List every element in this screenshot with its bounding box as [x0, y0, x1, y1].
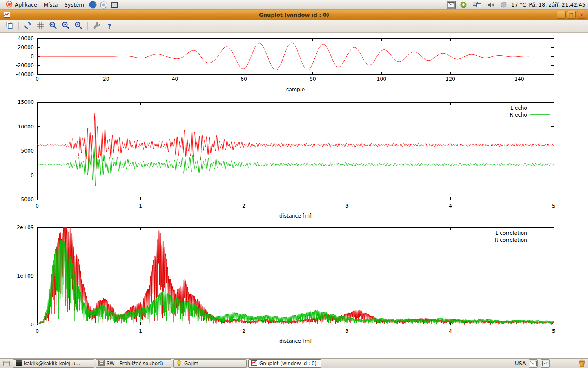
svg-text:15000: 15000: [18, 99, 34, 105]
svg-text:1e+09: 1e+09: [17, 273, 34, 279]
task-terminal[interactable]: kaklik@kaklik-kolej-u...: [13, 359, 94, 368]
help-button[interactable]: ?: [104, 21, 115, 31]
svg-text:0: 0: [31, 321, 34, 328]
svg-text:3: 3: [345, 203, 349, 209]
minimize-button[interactable]: ─: [557, 11, 566, 19]
zoom-previous-icon: [49, 21, 57, 31]
task-label: Gajim: [184, 361, 198, 366]
svg-text:0: 0: [36, 328, 39, 334]
toolbar: ?: [0, 20, 588, 33]
zoom-default-button[interactable]: [73, 21, 84, 31]
svg-text:L correlation: L correlation: [495, 230, 527, 236]
toolbar-separator: [18, 22, 19, 30]
svg-text:1: 1: [139, 328, 142, 334]
svg-text:-20000: -20000: [16, 62, 34, 68]
svg-text:2e+09: 2e+09: [17, 224, 34, 230]
window-title: Gnuplot (window id : 0): [0, 12, 588, 18]
configure-terminal-button[interactable]: [91, 21, 102, 31]
refresh-icon: [24, 21, 32, 31]
svg-text:2: 2: [242, 328, 245, 334]
menu-applications[interactable]: Aplikace: [2, 0, 40, 9]
menu-places-label: Místa: [44, 2, 58, 8]
copy-icon: [6, 22, 13, 31]
zoom-next-icon: [62, 21, 70, 31]
firefox-launcher-icon[interactable]: [87, 1, 98, 9]
zoom-previous-button[interactable]: [48, 21, 58, 31]
gnuplot-canvas[interactable]: 020406080100120140-40000-200000200004000…: [0, 33, 588, 358]
task-gajim[interactable]: Gajim: [173, 359, 247, 368]
svg-text:distance [m]: distance [m]: [279, 213, 312, 219]
copy-to-clipboard-button[interactable]: [4, 21, 15, 31]
svg-text:100: 100: [376, 76, 386, 82]
svg-text:4: 4: [449, 203, 452, 209]
clock[interactable]: Pá, 18. září, 21:42:45: [529, 2, 586, 8]
svg-text:2: 2: [242, 203, 245, 209]
svg-text:10000: 10000: [18, 123, 34, 130]
terminal-launcher-icon[interactable]: [109, 2, 120, 8]
zoom-default-icon: [74, 21, 82, 31]
keyboard-layout-indicator[interactable]: USA: [515, 360, 526, 366]
terminal-task-icon: [16, 360, 22, 367]
svg-text:60: 60: [241, 76, 247, 82]
taskbar: kaklik@kaklik-kolej-u... SW - Prohlížeč …: [0, 358, 588, 368]
task-label: kaklik@kaklik-kolej-u...: [24, 361, 80, 366]
help-launcher-icon[interactable]: [98, 1, 109, 9]
task-gnuplot[interactable]: Gnuplot (window id : 0): [248, 359, 321, 368]
svg-text:80: 80: [310, 76, 316, 82]
toggle-grid-button[interactable]: [35, 21, 46, 31]
svg-text:140: 140: [514, 76, 524, 82]
display-settings-icon[interactable]: [471, 2, 483, 8]
svg-text:5000: 5000: [21, 148, 34, 154]
volume-icon[interactable]: [486, 2, 496, 8]
gajim-task-icon: [176, 360, 182, 367]
menu-places[interactable]: Místa: [40, 0, 61, 9]
temperature-indicator[interactable]: 17 °C: [511, 2, 526, 8]
replot-button[interactable]: [22, 21, 33, 31]
menu-system[interactable]: Systém: [61, 0, 87, 9]
svg-text:0: 0: [31, 53, 34, 59]
mail-applet-icon[interactable]: [529, 359, 538, 368]
chart-applet-icon[interactable]: [541, 359, 550, 368]
svg-text:20: 20: [103, 76, 109, 82]
svg-text:20000: 20000: [18, 44, 34, 50]
wrench-icon: [93, 21, 101, 31]
svg-text:0: 0: [31, 172, 34, 178]
close-button[interactable]: ×: [577, 11, 586, 19]
menu-applications-label: Aplikace: [15, 2, 37, 8]
menu-system-label: Systém: [64, 2, 84, 8]
svg-text:3: 3: [345, 328, 349, 334]
svg-text:R echo: R echo: [510, 112, 527, 118]
mail-notification-icon[interactable]: [447, 1, 456, 9]
file-manager-task-icon: [98, 360, 105, 367]
svg-text:-40000: -40000: [16, 71, 34, 77]
weather-icon: [499, 2, 508, 8]
titlebar[interactable]: Gnuplot (window id : 0) ─ □ ×: [0, 10, 588, 20]
svg-text:120: 120: [445, 76, 455, 82]
gnuplot-window: Gnuplot (window id : 0) ─ □ ×: [0, 10, 588, 358]
svg-text:-5000: -5000: [19, 196, 34, 202]
grid-icon: [37, 22, 44, 31]
gnuplot-task-icon: [251, 360, 257, 367]
svg-text:0: 0: [36, 203, 39, 209]
window-list-icon[interactable]: [2, 361, 11, 366]
update-notifier-icon[interactable]: [459, 2, 468, 8]
plot-area: 020406080100120140-40000-200000200004000…: [0, 33, 588, 358]
ubuntu-logo-icon: [6, 1, 13, 9]
svg-text:sample: sample: [286, 86, 305, 92]
task-label: Gnuplot (window id : 0): [259, 361, 316, 366]
svg-text:4: 4: [449, 328, 452, 334]
zoom-next-button[interactable]: [60, 21, 71, 31]
svg-text:5: 5: [552, 328, 555, 334]
svg-text:40: 40: [172, 76, 178, 82]
svg-text:R correlation: R correlation: [494, 237, 527, 243]
svg-text:distance [m]: distance [m]: [279, 338, 312, 344]
svg-text:0: 0: [36, 76, 39, 82]
svg-text:5: 5: [552, 203, 555, 209]
trash-icon[interactable]: [578, 359, 586, 368]
toolbar-separator: [87, 22, 88, 30]
svg-text:40000: 40000: [18, 35, 34, 41]
svg-text:L echo: L echo: [510, 105, 527, 111]
maximize-button[interactable]: □: [567, 11, 576, 19]
task-file-manager[interactable]: SW - Prohlížeč souborů: [96, 359, 172, 368]
help-icon: ?: [107, 22, 111, 30]
